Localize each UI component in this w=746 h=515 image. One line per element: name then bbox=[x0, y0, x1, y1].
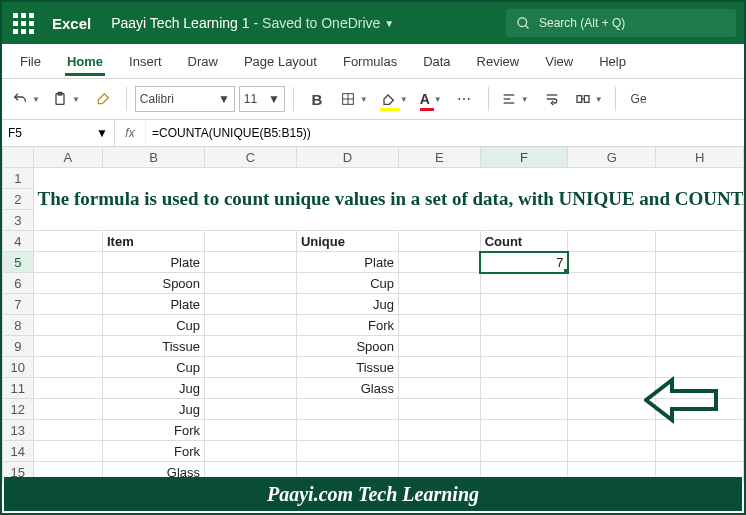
cell[interactable]: Fork bbox=[103, 420, 205, 441]
col-header[interactable]: E bbox=[398, 147, 480, 168]
borders-button[interactable]: ▼ bbox=[336, 85, 372, 113]
divider bbox=[615, 87, 616, 111]
col-header[interactable]: A bbox=[33, 147, 102, 168]
align-button[interactable]: ▼ bbox=[497, 85, 533, 113]
save-status: - Saved to OneDrive bbox=[254, 15, 381, 31]
tab-formulas[interactable]: Formulas bbox=[331, 44, 409, 78]
bucket-icon bbox=[380, 91, 396, 107]
tab-data[interactable]: Data bbox=[411, 44, 462, 78]
chevron-down-icon: ▼ bbox=[218, 92, 230, 106]
fx-icon[interactable]: fx bbox=[115, 120, 146, 146]
cell[interactable]: Jug bbox=[103, 378, 205, 399]
divider bbox=[488, 87, 489, 111]
paste-button[interactable]: ▼ bbox=[48, 85, 84, 113]
row-header[interactable]: 4 bbox=[3, 231, 34, 252]
undo-button[interactable]: ▼ bbox=[8, 85, 44, 113]
cell[interactable]: Plate bbox=[296, 252, 398, 273]
cell[interactable]: Count bbox=[480, 231, 568, 252]
divider bbox=[126, 87, 127, 111]
cell[interactable]: Cup bbox=[296, 273, 398, 294]
font-color-button[interactable]: A ▼ bbox=[416, 85, 446, 113]
search-placeholder: Search (Alt + Q) bbox=[539, 16, 625, 30]
chevron-down-icon: ▼ bbox=[72, 95, 80, 104]
cell[interactable]: Jug bbox=[296, 294, 398, 315]
format-painter-button[interactable] bbox=[88, 85, 118, 113]
bold-button[interactable]: B bbox=[302, 85, 332, 113]
cell[interactable]: Cup bbox=[103, 357, 205, 378]
name-box[interactable]: F5 ▼ bbox=[2, 120, 115, 146]
svg-line-1 bbox=[525, 25, 528, 28]
tab-draw[interactable]: Draw bbox=[176, 44, 230, 78]
chevron-down-icon: ▼ bbox=[595, 95, 603, 104]
cell[interactable]: Plate bbox=[103, 294, 205, 315]
formula-bar-text: =COUNTA(UNIQUE(B5:B15)) bbox=[152, 126, 311, 140]
tab-insert[interactable]: Insert bbox=[117, 44, 174, 78]
paintbrush-icon bbox=[95, 91, 111, 107]
footer-banner: Paayi.com Tech Learning bbox=[4, 477, 742, 511]
cell[interactable]: Jug bbox=[103, 399, 205, 420]
wrap-text-button[interactable] bbox=[537, 85, 567, 113]
wrap-text-icon bbox=[544, 91, 560, 107]
col-header[interactable]: G bbox=[568, 147, 656, 168]
row-header[interactable]: 8 bbox=[3, 315, 34, 336]
merge-button[interactable]: ▼ bbox=[571, 85, 607, 113]
font-name-select[interactable]: Calibri ▼ bbox=[135, 86, 235, 112]
search-input[interactable]: Search (Alt + Q) bbox=[506, 9, 736, 37]
cell[interactable]: Fork bbox=[103, 441, 205, 462]
more-font-button[interactable]: ⋯ bbox=[450, 85, 480, 113]
row-header[interactable]: 9 bbox=[3, 336, 34, 357]
row-header[interactable]: 6 bbox=[3, 273, 34, 294]
clipboard-icon bbox=[52, 91, 68, 107]
row-header[interactable]: 7 bbox=[3, 294, 34, 315]
cell[interactable]: Tissue bbox=[103, 336, 205, 357]
more-button[interactable]: Ge bbox=[624, 85, 654, 113]
row-header[interactable]: 14 bbox=[3, 441, 34, 462]
col-header[interactable]: C bbox=[205, 147, 297, 168]
row-header[interactable]: 10 bbox=[3, 357, 34, 378]
row-header[interactable]: 11 bbox=[3, 378, 34, 399]
select-all-corner[interactable] bbox=[3, 147, 34, 168]
divider bbox=[293, 87, 294, 111]
col-header[interactable]: B bbox=[103, 147, 205, 168]
cell[interactable]: Spoon bbox=[103, 273, 205, 294]
app-launcher-icon[interactable] bbox=[10, 10, 36, 36]
tab-review[interactable]: Review bbox=[465, 44, 532, 78]
undo-icon bbox=[12, 91, 28, 107]
col-header[interactable]: D bbox=[296, 147, 398, 168]
formula-bar[interactable]: =COUNTA(UNIQUE(B5:B15)) bbox=[146, 120, 744, 146]
font-size-select[interactable]: 11 ▼ bbox=[239, 86, 285, 112]
chevron-down-icon: ▼ bbox=[384, 18, 394, 29]
cell[interactable]: Unique bbox=[296, 231, 398, 252]
svg-point-0 bbox=[518, 17, 527, 26]
fill-color-button[interactable]: ▼ bbox=[376, 85, 412, 113]
row-header[interactable]: 3 bbox=[3, 210, 34, 231]
cell[interactable]: Fork bbox=[296, 315, 398, 336]
col-header[interactable]: H bbox=[656, 147, 744, 168]
cell[interactable]: Glass bbox=[296, 378, 398, 399]
row-header[interactable]: 12 bbox=[3, 399, 34, 420]
cell[interactable]: Plate bbox=[103, 252, 205, 273]
tab-view[interactable]: View bbox=[533, 44, 585, 78]
cell[interactable]: Spoon bbox=[296, 336, 398, 357]
footer-text: Paayi.com Tech Learning bbox=[267, 483, 479, 506]
tab-help[interactable]: Help bbox=[587, 44, 638, 78]
merge-icon bbox=[575, 91, 591, 107]
tab-page-layout[interactable]: Page Layout bbox=[232, 44, 329, 78]
row-header[interactable]: 2 bbox=[3, 189, 34, 210]
cell[interactable]: Item bbox=[103, 231, 205, 252]
tab-file[interactable]: File bbox=[8, 44, 53, 78]
row-header[interactable]: 5 bbox=[3, 252, 34, 273]
chevron-down-icon: ▼ bbox=[268, 92, 280, 106]
cell[interactable]: Tissue bbox=[296, 357, 398, 378]
chevron-down-icon: ▼ bbox=[32, 95, 40, 104]
row-header[interactable]: 1 bbox=[3, 168, 34, 189]
chevron-down-icon: ▼ bbox=[360, 95, 368, 104]
selected-cell[interactable]: 7 bbox=[480, 252, 568, 273]
ribbon-tabs: File Home Insert Draw Page Layout Formul… bbox=[2, 44, 744, 79]
document-title[interactable]: Paayi Tech Learning 1 - Saved to OneDriv… bbox=[111, 15, 394, 31]
col-header[interactable]: F bbox=[480, 147, 568, 168]
cell[interactable]: Cup bbox=[103, 315, 205, 336]
row-header[interactable]: 13 bbox=[3, 420, 34, 441]
tab-home[interactable]: Home bbox=[55, 44, 115, 78]
spreadsheet-grid[interactable]: A B C D E F G H 1 The formula is used to… bbox=[2, 147, 744, 483]
